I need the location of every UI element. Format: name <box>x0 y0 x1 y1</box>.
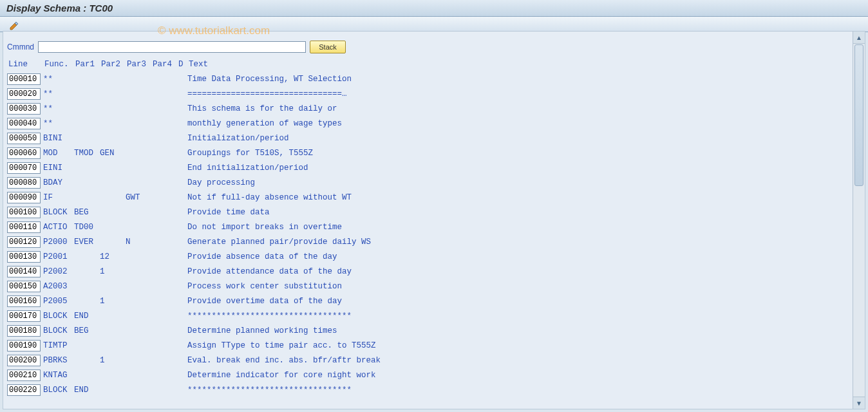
line-number-input[interactable] <box>7 310 41 322</box>
line-number-input[interactable] <box>7 266 41 277</box>
line-number-input[interactable] <box>7 88 41 100</box>
text-cell: ********************************** <box>187 386 849 395</box>
text-cell: Time Data Processing, WT Selection <box>187 75 849 84</box>
table-row: P20021Provide attendance data of the day <box>7 264 849 279</box>
func-cell: P2005 <box>43 297 74 306</box>
line-number-input[interactable] <box>7 236 41 248</box>
line-number-input[interactable] <box>7 162 41 174</box>
line-number-input[interactable] <box>7 355 41 366</box>
text-cell: Generate planned pair/provide daily WS <box>187 238 849 247</box>
par1-cell: EVER <box>74 238 100 247</box>
table-row: TIMTPAssign TType to time pair acc. to T… <box>7 338 849 353</box>
line-number-input[interactable] <box>7 325 41 337</box>
table-row: BLOCKEND********************************… <box>7 308 849 323</box>
table-row: **monthly generation of wage types <box>7 116 849 131</box>
toolbar <box>0 17 868 32</box>
text-cell: Eval. break end inc. abs. bfr/aftr break <box>187 356 849 365</box>
header-par2: Par2 <box>101 60 127 69</box>
par2-cell: 1 <box>100 356 126 365</box>
header-text: Text <box>189 60 208 69</box>
table-row: IFGWTNot if full-day absence without WT <box>7 190 849 205</box>
func-cell: BINI <box>43 134 74 143</box>
rows-container: **Time Data Processing, WT Selection**==… <box>7 71 849 397</box>
page-title: Display Schema : TC00 <box>0 0 868 17</box>
func-cell: EINI <box>43 164 74 173</box>
par1-cell: END <box>74 386 100 395</box>
scroll-thumb[interactable] <box>854 44 863 186</box>
func-cell: ** <box>43 104 74 113</box>
text-cell: Provide time data <box>187 208 849 217</box>
line-number-input[interactable] <box>7 221 41 233</box>
par1-cell: BEG <box>74 326 100 335</box>
table-row: ACTIOTD00Do not import breaks in overtim… <box>7 220 849 234</box>
text-cell: Determine indicator for core night work <box>187 371 849 380</box>
table-row: **================================… <box>7 86 849 101</box>
text-cell: Provide overtime data of the day <box>187 297 849 306</box>
func-cell: BLOCK <box>43 312 74 321</box>
text-cell: Not if full-day absence without WT <box>187 193 849 202</box>
text-cell: Provide absence data of the day <box>187 252 849 261</box>
column-headers: LineFunc.Par1Par2Par3Par4DText <box>7 60 849 69</box>
text-cell: Do not import breaks in overtime <box>187 223 849 232</box>
table-row: MODTMODGENGroupings for T510S, T555Z <box>7 145 849 160</box>
header-d: D <box>178 60 189 69</box>
scroll-up-arrow-icon[interactable]: ▲ <box>853 32 865 44</box>
table-row: BLOCKEND********************************… <box>7 382 849 397</box>
par2-cell: 12 <box>100 252 126 261</box>
vertical-scrollbar[interactable]: ▲ ▼ <box>853 32 865 409</box>
table-row: BLOCKBEGDetermine planned working times <box>7 323 849 338</box>
func-cell: BLOCK <box>43 208 74 217</box>
func-cell: TIMTP <box>43 341 74 350</box>
line-number-input[interactable] <box>7 207 41 218</box>
line-number-input[interactable] <box>7 295 41 307</box>
header-line: Line <box>8 60 44 69</box>
command-input[interactable] <box>38 41 306 53</box>
text-cell: monthly generation of wage types <box>187 119 849 128</box>
func-cell: BLOCK <box>43 386 74 395</box>
func-cell: P2001 <box>43 252 74 261</box>
par1-cell: BEG <box>74 208 100 217</box>
table-row: BLOCKBEGProvide time data <box>7 205 849 220</box>
func-cell: ACTIO <box>43 223 74 232</box>
line-number-input[interactable] <box>7 103 41 115</box>
line-number-input[interactable] <box>7 118 41 129</box>
par3-cell: GWT <box>126 193 151 202</box>
func-cell: PBRKS <box>43 356 74 365</box>
text-cell: Initialization/period <box>187 134 849 143</box>
table-row: P20051Provide overtime data of the day <box>7 294 849 308</box>
line-number-input[interactable] <box>7 177 41 189</box>
line-number-input[interactable] <box>7 370 41 381</box>
table-row: EINIEnd initialization/period <box>7 160 849 175</box>
par2-cell: 1 <box>100 267 126 276</box>
line-number-input[interactable] <box>7 281 41 292</box>
func-cell: P2000 <box>43 238 74 247</box>
par1-cell: END <box>74 312 100 321</box>
table-row: P200112Provide absence data of the day <box>7 249 849 264</box>
table-row: BDAYDay processing <box>7 175 849 190</box>
table-row: **Time Data Processing, WT Selection <box>7 71 849 86</box>
line-number-input[interactable] <box>7 340 41 351</box>
table-row: **This schema is for the daily or <box>7 101 849 116</box>
line-number-input[interactable] <box>7 147 41 159</box>
command-row: Cmmnd Stack <box>7 41 849 53</box>
line-number-input[interactable] <box>7 73 41 85</box>
edit-tool-button[interactable] <box>5 19 23 32</box>
header-par3: Par3 <box>127 60 153 69</box>
func-cell: BLOCK <box>43 326 74 335</box>
func-cell: MOD <box>43 149 74 158</box>
line-number-input[interactable] <box>7 192 41 203</box>
par1-cell: TMOD <box>74 149 100 158</box>
table-row: PBRKS1Eval. break end inc. abs. bfr/aftr… <box>7 353 849 368</box>
text-cell: End initialization/period <box>187 164 849 173</box>
line-number-input[interactable] <box>7 251 41 263</box>
line-number-input[interactable] <box>7 384 41 396</box>
func-cell: KNTAG <box>43 371 74 380</box>
stack-button[interactable]: Stack <box>310 41 346 53</box>
scroll-down-arrow-icon[interactable]: ▼ <box>853 397 865 409</box>
line-number-input[interactable] <box>7 133 41 144</box>
text-cell: Process work center substitution <box>187 282 849 291</box>
par2-cell: 1 <box>100 297 126 306</box>
pencil-icon <box>9 21 19 31</box>
par2-cell: GEN <box>100 149 126 158</box>
text-cell: Assign TType to time pair acc. to T555Z <box>187 341 849 350</box>
